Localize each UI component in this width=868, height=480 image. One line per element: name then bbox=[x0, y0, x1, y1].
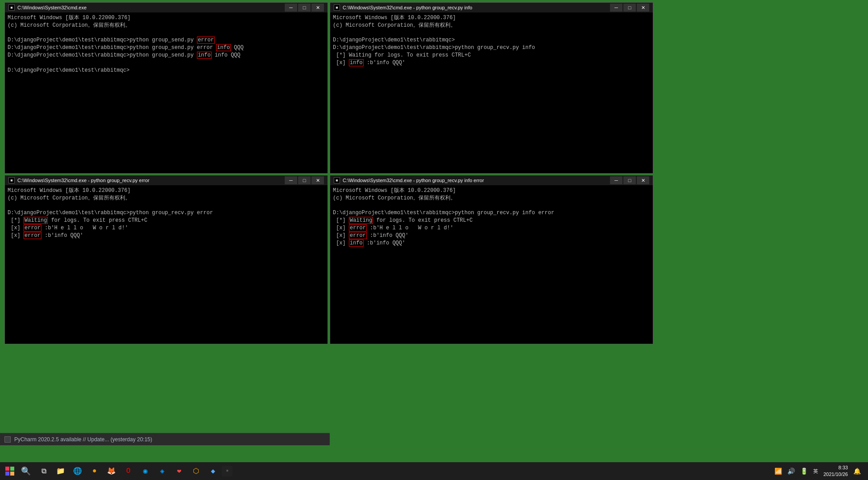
cmd-line: D:\djangoProject\demo1\test\rabbitmqc>py… bbox=[8, 37, 325, 44]
misc-icon-5[interactable]: ◆ bbox=[205, 463, 221, 479]
start-button[interactable] bbox=[2, 463, 18, 479]
pycharm-checkbox[interactable] bbox=[4, 436, 11, 443]
cmd-line bbox=[8, 202, 325, 210]
cmd-window-bottom-left: ■ C:\Windows\System32\cmd.exe - python g… bbox=[4, 175, 328, 344]
window-controls: ─ □ ✕ bbox=[285, 4, 324, 12]
cmd-line: Microsoft Windows [版本 10.0.22000.376] bbox=[333, 14, 650, 22]
maximize-button[interactable]: □ bbox=[623, 4, 636, 12]
cmd-icon: ■ bbox=[334, 177, 340, 183]
misc-icon-4[interactable]: ⬡ bbox=[188, 463, 204, 479]
titlebar-bottom-left[interactable]: ■ C:\Windows\System32\cmd.exe - python g… bbox=[5, 175, 328, 185]
edge-icon[interactable]: 🌐 bbox=[70, 463, 86, 479]
cmd-line: D:\djangoProject\demo1\test\rabbitmqc>py… bbox=[8, 52, 325, 59]
cmd-line: (c) Microsoft Corporation。保留所有权利。 bbox=[8, 195, 325, 202]
highlight-error-bl-2: error bbox=[24, 232, 41, 239]
highlight-info-br: info bbox=[349, 240, 364, 247]
highlight-info-tr: info bbox=[349, 59, 364, 66]
cmd-line: [*] Waiting for logs. To exit press CTRL… bbox=[333, 217, 650, 224]
titlebar-text-top-right: C:\Windows\System32\cmd.exe - python gro… bbox=[343, 5, 610, 10]
battery-icon[interactable]: 🔋 bbox=[798, 467, 810, 476]
highlight-error-br-2: error bbox=[349, 232, 367, 239]
cmd-icon: ■ bbox=[8, 177, 15, 183]
cmd-window-bottom-right: ■ C:\Windows\System32\cmd.exe - python g… bbox=[330, 175, 653, 344]
cmd-line bbox=[8, 29, 325, 37]
minimize-button[interactable]: ─ bbox=[610, 4, 622, 12]
cmd-window-top-left: ■ C:\Windows\System32\cmd.exe ─ □ ✕ Micr… bbox=[4, 2, 328, 174]
cmd-line: [x] error :b'info QQQ' bbox=[8, 232, 325, 240]
taskbar: 🔍 ⧉ 📁 🌐 ● 🦊 O ◉ ◈ ❤ ⬡ ◆ ▪ 📶 🔊 🔋 英 8:33 2… bbox=[0, 462, 868, 480]
opera-icon[interactable]: O bbox=[120, 463, 136, 479]
maximize-button[interactable]: □ bbox=[298, 4, 311, 12]
windows-icon bbox=[5, 467, 14, 476]
cmd-line bbox=[333, 29, 650, 37]
close-button[interactable]: ✕ bbox=[637, 4, 649, 12]
titlebar-top-left[interactable]: ■ C:\Windows\System32\cmd.exe ─ □ ✕ bbox=[5, 3, 328, 12]
titlebar-text-top-left: C:\Windows\System32\cmd.exe bbox=[17, 5, 285, 10]
chrome-icon[interactable]: ● bbox=[86, 463, 102, 479]
language-indicator[interactable]: 英 bbox=[811, 468, 820, 475]
minimize-button[interactable]: ─ bbox=[285, 4, 297, 12]
cmd-line: Microsoft Windows [版本 10.0.22000.376] bbox=[8, 14, 325, 22]
cmd-line: D:\djangoProject\demo1\test\rabbitmqc>py… bbox=[8, 209, 325, 217]
misc-icon-6[interactable]: ▪ bbox=[222, 466, 233, 476]
cmd-content-top-right: Microsoft Windows [版本 10.0.22000.376] (c… bbox=[330, 12, 653, 173]
highlight-error-1: error bbox=[197, 37, 215, 44]
titlebar-text-bottom-left: C:\Windows\System32\cmd.exe - python gro… bbox=[17, 178, 285, 183]
minimize-button[interactable]: ─ bbox=[610, 176, 622, 184]
pycharm-notification-bar: PyCharm 2020.2.5 available // Update... … bbox=[0, 433, 330, 445]
highlight-error-br-1: error bbox=[349, 224, 367, 232]
win-icon-w bbox=[10, 467, 14, 471]
cmd-line: D:\djangoProject\demo1\test\rabbitmqc>py… bbox=[333, 209, 650, 217]
cmd-line: D:\djangoProject\demo1\test\rabbitmqc> bbox=[333, 37, 650, 44]
win-icon-r bbox=[10, 472, 14, 476]
firefox-icon[interactable]: 🦊 bbox=[103, 463, 119, 479]
cmd-content-top-left: Microsoft Windows [版本 10.0.22000.376] (c… bbox=[5, 12, 328, 173]
close-button[interactable]: ✕ bbox=[311, 4, 324, 12]
minimize-button[interactable]: ─ bbox=[285, 176, 297, 184]
close-button[interactable]: ✕ bbox=[637, 176, 649, 184]
network-icon[interactable]: 📶 bbox=[773, 467, 784, 476]
cmd-window-top-right: ■ C:\Windows\System32\cmd.exe - python g… bbox=[330, 2, 653, 174]
cmd-line: [x] error :b'H e l l o W o r l d!' bbox=[333, 224, 650, 232]
cmd-line: [*] Waiting for logs. To exit press CTRL… bbox=[333, 52, 650, 59]
clock-time: 8:33 bbox=[823, 464, 848, 471]
misc-icon-2[interactable]: ◈ bbox=[154, 463, 170, 479]
close-button[interactable]: ✕ bbox=[311, 176, 324, 184]
taskbar-right: 📶 🔊 🔋 英 8:33 2021/10/26 🔔 bbox=[773, 464, 866, 478]
highlight-info-2: info bbox=[197, 52, 212, 59]
titlebar-top-right[interactable]: ■ C:\Windows\System32\cmd.exe - python g… bbox=[330, 3, 653, 12]
cmd-line: [x] info :b'info QQQ' bbox=[333, 240, 650, 247]
highlight-waiting-br: Waiting bbox=[349, 217, 373, 224]
misc-icon-1[interactable]: ◉ bbox=[137, 463, 153, 479]
taskview-button[interactable]: ⧉ bbox=[36, 463, 52, 479]
cmd-line: Microsoft Windows [版本 10.0.22000.376] bbox=[333, 187, 650, 195]
cmd-line bbox=[333, 202, 650, 210]
cmd-line: D:\djangoProject\demo1\test\rabbitmqc> bbox=[8, 67, 325, 74]
highlight-info-1: info bbox=[216, 44, 231, 51]
cmd-icon: ■ bbox=[8, 4, 15, 11]
misc-icon-3[interactable]: ❤ bbox=[171, 463, 187, 479]
notifications-icon[interactable]: 🔔 bbox=[852, 467, 863, 476]
cmd-line: [*] Waiting for logs. To exit press CTRL… bbox=[8, 217, 325, 224]
cmd-content-bottom-right: Microsoft Windows [版本 10.0.22000.376] (c… bbox=[330, 185, 653, 344]
cmd-line: Microsoft Windows [版本 10.0.22000.376] bbox=[8, 187, 325, 195]
window-controls: ─ □ ✕ bbox=[610, 176, 649, 184]
maximize-button[interactable]: □ bbox=[623, 176, 636, 184]
explorer-icon[interactable]: 📁 bbox=[53, 463, 69, 479]
win-icon-q bbox=[5, 467, 9, 471]
cmd-line: D:\djangoProject\demo1\test\rabbitmqc>py… bbox=[333, 44, 650, 52]
maximize-button[interactable]: □ bbox=[298, 176, 311, 184]
highlight-waiting-bl: Waiting bbox=[24, 217, 48, 224]
volume-icon[interactable]: 🔊 bbox=[786, 467, 797, 476]
cmd-line: D:\djangoProject\demo1\test\rabbitmqc>py… bbox=[8, 44, 325, 52]
cmd-line: (c) Microsoft Corporation。保留所有权利。 bbox=[8, 22, 325, 29]
taskbar-pinned-icons: ⧉ 📁 🌐 ● 🦊 O ◉ ◈ ❤ ⬡ ◆ ▪ bbox=[36, 463, 233, 479]
cmd-line: [x] info :b'info QQQ' bbox=[333, 59, 650, 67]
cmd-line: (c) Microsoft Corporation。保留所有权利。 bbox=[333, 195, 650, 202]
cmd-icon: ■ bbox=[334, 4, 340, 11]
clock-date: 2021/10/26 bbox=[823, 471, 848, 478]
titlebar-bottom-right[interactable]: ■ C:\Windows\System32\cmd.exe - python g… bbox=[330, 175, 653, 185]
cmd-content-bottom-left: Microsoft Windows [版本 10.0.22000.376] (c… bbox=[5, 185, 328, 344]
search-button[interactable]: 🔍 bbox=[18, 463, 34, 479]
system-clock[interactable]: 8:33 2021/10/26 bbox=[822, 464, 850, 478]
